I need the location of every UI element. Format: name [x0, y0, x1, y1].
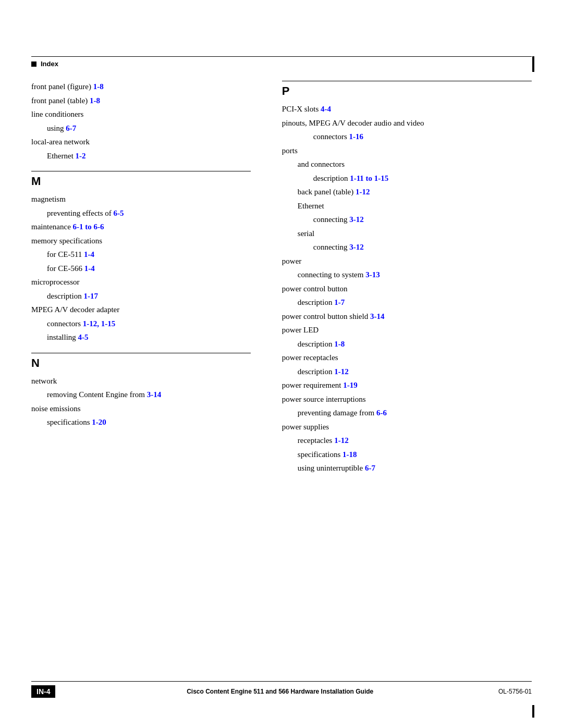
top-divider: [31, 56, 532, 57]
list-item: ports: [282, 145, 532, 157]
list-item: for CE-566 1-4: [31, 263, 251, 275]
entry-link[interactable]: 1-4: [84, 264, 95, 273]
entry-link[interactable]: 1-2: [76, 152, 86, 160]
list-item: description 1-7: [282, 297, 532, 309]
list-item: connectors 1-12, 1-15: [31, 318, 251, 330]
entry-text: memory specifications: [31, 235, 251, 247]
entry-text: front panel (figure) 1-8: [31, 81, 251, 93]
list-item: power receptacles: [282, 352, 532, 364]
entry-link[interactable]: 1-4: [84, 250, 94, 258]
list-item: magnetism: [31, 193, 251, 205]
entry-text: power supplies: [282, 421, 532, 433]
list-item: network: [31, 375, 251, 387]
entry-text: power: [282, 255, 532, 267]
entry-link[interactable]: 1-12: [334, 367, 349, 376]
entry-text: network: [31, 375, 251, 387]
entry-text: PCI-X slots 4-4: [282, 103, 532, 115]
entry-text: power LED: [282, 324, 532, 336]
entry-link[interactable]: 6-7: [66, 124, 76, 132]
entry-text: power source interruptions: [282, 393, 532, 405]
list-item: serial: [282, 228, 532, 240]
list-item: power control button: [282, 283, 532, 295]
entry-link[interactable]: 3-14: [147, 390, 162, 399]
entry-link[interactable]: 1-8: [90, 96, 100, 105]
entry-link[interactable]: 1-18: [342, 450, 357, 459]
page-footer: IN-4 Cisco Content Engine 511 and 566 Ha…: [0, 681, 563, 728]
entry-link[interactable]: 1-12: [334, 436, 349, 445]
list-item: description 1-11 to 1-15: [282, 172, 532, 184]
entry-link[interactable]: 4-5: [78, 333, 89, 341]
entry-link[interactable]: 3-12: [349, 215, 364, 224]
entry-link[interactable]: 6-6: [376, 409, 387, 417]
entry-text: MPEG A/V decoder adapter: [31, 304, 251, 316]
list-item: description 1-12: [282, 366, 532, 378]
page-number-badge: IN-4: [31, 685, 55, 698]
list-item: Ethernet 1-2: [31, 150, 251, 162]
entry-link[interactable]: 1-17: [83, 292, 98, 300]
list-item: power supplies: [282, 421, 532, 433]
entry-text: serial: [282, 228, 532, 240]
list-item: for CE-511 1-4: [31, 249, 251, 261]
entry-text: microprocessor: [31, 276, 251, 288]
entry-text: front panel (table) 1-8: [31, 95, 251, 107]
list-item: power LED: [282, 324, 532, 336]
section-p-divider: P: [282, 81, 532, 98]
entry-text: description 1-7: [282, 297, 532, 309]
entry-text: preventing effects of 6-5: [31, 207, 251, 219]
list-item: removing Content Engine from 3-14: [31, 389, 251, 401]
entry-link[interactable]: 1-7: [334, 298, 345, 306]
entry-text: magnetism: [31, 193, 251, 205]
section-letter-m: M: [31, 175, 251, 188]
entry-text: connecting to system 3-13: [282, 269, 532, 281]
list-item: connecting to system 3-13: [282, 269, 532, 281]
list-item: MPEG A/V decoder adapter: [31, 304, 251, 316]
entry-link[interactable]: 3-13: [365, 270, 380, 279]
section-rule: [282, 81, 532, 81]
entry-link[interactable]: 1-12: [356, 188, 370, 196]
list-item: back panel (table) 1-12: [282, 186, 532, 198]
entry-text: pinouts, MPEG A/V decoder audio and vide…: [282, 117, 532, 129]
list-item: front panel (figure) 1-8: [31, 81, 251, 93]
entry-link[interactable]: 3-12: [349, 243, 364, 251]
entry-text: using uninterruptible 6-7: [282, 462, 532, 474]
list-item: connecting 3-12: [282, 214, 532, 226]
entry-text: connectors 1-16: [282, 131, 532, 143]
entry-text: receptacles 1-12: [282, 435, 532, 447]
entry-link[interactable]: 1-11 to 1-15: [350, 174, 388, 182]
list-item: description 1-17: [31, 290, 251, 302]
list-item: specifications 1-18: [282, 449, 532, 461]
entry-link[interactable]: 3-14: [370, 312, 385, 320]
list-item: using uninterruptible 6-7: [282, 462, 532, 474]
entry-link[interactable]: 4-4: [321, 105, 331, 113]
entry-text: line conditioners: [31, 108, 251, 120]
list-item: preventing effects of 6-5: [31, 207, 251, 219]
list-item: receptacles 1-12: [282, 435, 532, 447]
page-container: Index front panel (figure) 1-8 front pan…: [0, 0, 563, 728]
entry-link[interactable]: 1-12, 1-15: [83, 319, 116, 328]
entry-text: Ethernet: [282, 200, 532, 212]
list-item: power control button shield 3-14: [282, 311, 532, 323]
entry-link[interactable]: 6-1 to 6-6: [73, 223, 104, 231]
right-column: P PCI-X slots 4-4 pinouts, MPEG A/V deco…: [272, 81, 532, 676]
section-n-divider: N: [31, 353, 251, 370]
footer-doc-number: OL-5756-01: [498, 688, 532, 695]
entry-link[interactable]: 6-7: [365, 464, 375, 472]
entry-text: ports: [282, 145, 532, 157]
entry-link[interactable]: 1-8: [334, 340, 345, 348]
entry-link[interactable]: 1-16: [349, 132, 364, 141]
left-column: front panel (figure) 1-8 front panel (ta…: [31, 81, 272, 676]
entry-text: removing Content Engine from 3-14: [31, 389, 251, 401]
entry-text: for CE-566 1-4: [31, 263, 251, 275]
footer-content: IN-4 Cisco Content Engine 511 and 566 Ha…: [31, 685, 532, 698]
entry-link[interactable]: 6-5: [114, 209, 124, 217]
entry-link[interactable]: 1-8: [93, 82, 104, 91]
section-letter-n: N: [31, 356, 251, 370]
entry-text: for CE-511 1-4: [31, 249, 251, 261]
entry-text: power control button shield 3-14: [282, 311, 532, 323]
list-item: connecting 3-12: [282, 241, 532, 253]
list-item: Ethernet: [282, 200, 532, 212]
entry-text: installing 4-5: [31, 331, 251, 343]
page-header: Index: [31, 60, 532, 68]
entry-link[interactable]: 1-19: [343, 381, 358, 389]
entry-link[interactable]: 1-20: [92, 418, 106, 426]
